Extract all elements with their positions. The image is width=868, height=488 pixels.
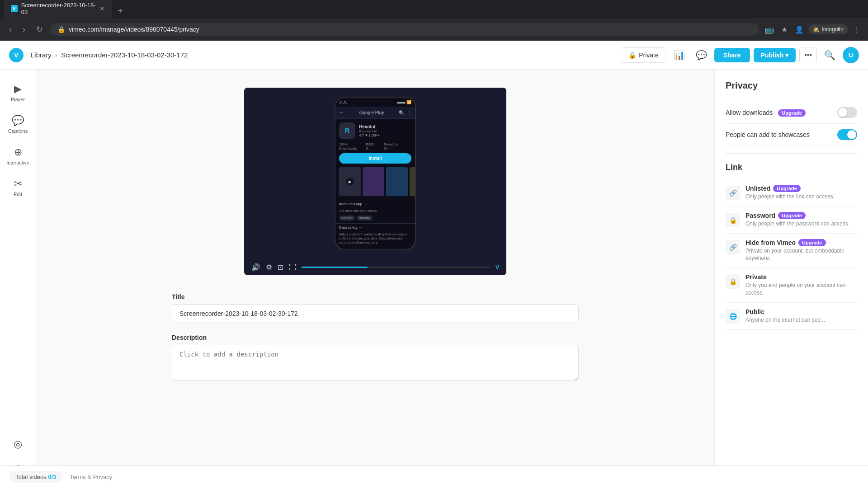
address-text: vimeo.com/manage/videos/898070445/privac… bbox=[69, 26, 199, 33]
library-link[interactable]: Library bbox=[31, 51, 52, 59]
back-btn[interactable]: ‹ bbox=[5, 23, 15, 36]
allow-downloads-row: Allow downloads Upgrade bbox=[726, 102, 857, 124]
bookmark-btn[interactable]: ★ bbox=[778, 23, 790, 37]
password-icon: 🔒 bbox=[726, 213, 740, 227]
profile-btn[interactable]: 👤 bbox=[792, 23, 807, 37]
private-text: Private Only you and people on your acco… bbox=[745, 273, 857, 297]
sidebar-item-edit[interactable]: ✂ Edit bbox=[3, 174, 33, 202]
video-screen: 3:01 ▬▬ 📶 ← Google Play 🔍 ⋮ R R bbox=[244, 88, 506, 259]
player-label: Player bbox=[11, 97, 25, 102]
private-label: Private bbox=[639, 52, 659, 59]
link-section-title: Link bbox=[726, 163, 857, 172]
terms-link[interactable]: Terms & Privacy bbox=[70, 474, 112, 480]
search-btn[interactable]: 🔍 bbox=[821, 46, 839, 64]
total-videos-badge: Total videos 0/3 bbox=[9, 471, 62, 483]
player-icon: ▶ bbox=[14, 83, 22, 95]
captions-icon: 💬 bbox=[12, 115, 24, 127]
pip-btn[interactable]: ⊡ bbox=[278, 263, 283, 272]
content-area: 3:01 ▬▬ 📶 ← Google Play 🔍 ⋮ R R bbox=[36, 70, 714, 488]
showcases-row: People can add to showcases bbox=[726, 124, 857, 146]
phone-app-header: ← Google Play 🔍 ⋮ bbox=[335, 107, 415, 119]
description-textarea[interactable] bbox=[172, 345, 579, 381]
breadcrumb: Library › Screenrecorder-2023-10-18-03-0… bbox=[31, 51, 188, 59]
sidebar-item-captions[interactable]: 💬 Captions bbox=[3, 110, 33, 138]
top-nav: V Library › Screenrecorder-2023-10-18-03… bbox=[0, 41, 868, 70]
publish-btn[interactable]: Publish ▾ bbox=[754, 48, 796, 62]
total-label: Total videos bbox=[15, 474, 47, 480]
settings-btn[interactable]: ⚙ bbox=[266, 263, 272, 272]
privacy-option-private[interactable]: 🔒 Private Only you and people on your ac… bbox=[726, 268, 857, 303]
privacy-option-hide-from-vimeo[interactable]: 🔗 Hide from Vimeo Upgrade Private on you… bbox=[726, 234, 857, 268]
captions-label: Captions bbox=[8, 128, 28, 134]
comment-btn[interactable]: 💬 bbox=[692, 46, 711, 64]
edit-icon: ✂ bbox=[14, 178, 22, 190]
divider bbox=[726, 153, 857, 154]
phone-about: About this app → bbox=[335, 200, 415, 208]
unlisted-name: Unlisted Upgrade bbox=[745, 185, 857, 192]
privacy-option-password[interactable]: 🔒 Password Upgrade Only people with the … bbox=[726, 206, 857, 234]
active-tab[interactable]: V Screenrecorder-2023-10-18-03 ✕ bbox=[4, 0, 112, 18]
volume-btn[interactable]: 🔊 bbox=[251, 263, 260, 272]
phone-more-icon: ⋮ bbox=[407, 110, 411, 115]
lock-icon: 🔒 bbox=[628, 52, 636, 59]
form-section: Title Description bbox=[172, 293, 579, 394]
left-sidebar: ▶ Player 💬 Captions ⊕ Interactive ✂ Edit… bbox=[0, 70, 36, 488]
nav-right: 📺 ★ 👤 🕵 Incognito ⋮ bbox=[762, 23, 863, 37]
compass-icon: ◎ bbox=[14, 438, 22, 450]
main-layout: ▶ Player 💬 Captions ⊕ Interactive ✂ Edit… bbox=[0, 70, 868, 488]
title-input[interactable] bbox=[172, 304, 579, 323]
incognito-icon: 🕵 bbox=[813, 26, 820, 33]
phone-stats: 10K+Downloads PEGI3 Rated for3+ bbox=[335, 142, 415, 153]
browser-chrome: V Screenrecorder-2023-10-18-03 ✕ + ‹ › ↻… bbox=[0, 0, 868, 41]
new-tab-btn[interactable]: + bbox=[114, 4, 127, 18]
progress-bar[interactable] bbox=[302, 267, 490, 268]
password-desc: Only people with the password can access… bbox=[745, 220, 857, 228]
screenshot-3 bbox=[386, 167, 408, 196]
hide-from-vimeo-upgrade-badge[interactable]: Upgrade bbox=[798, 239, 826, 246]
private-btn[interactable]: 🔒 Private bbox=[621, 47, 666, 63]
phone-data-safety: Data safety → bbox=[335, 223, 415, 231]
phone-status-bar: 3:01 ▬▬ 📶 bbox=[335, 98, 415, 107]
reload-btn[interactable]: ↻ bbox=[33, 23, 47, 36]
allow-downloads-upgrade-badge[interactable]: Upgrade bbox=[778, 109, 806, 117]
sidebar-item-interactive[interactable]: ⊕ Interactive bbox=[3, 142, 33, 170]
showcases-toggle[interactable] bbox=[837, 129, 857, 140]
forward-btn[interactable]: › bbox=[19, 23, 29, 36]
hide-from-vimeo-name: Hide from Vimeo Upgrade bbox=[745, 239, 857, 246]
unlisted-upgrade-badge[interactable]: Upgrade bbox=[773, 185, 801, 192]
interactive-label: Interactive bbox=[6, 160, 29, 165]
phone-back-icon: ← bbox=[339, 109, 344, 116]
phone-install-btn[interactable]: Install bbox=[339, 153, 411, 164]
cast-btn[interactable]: 📺 bbox=[762, 23, 777, 37]
publish-label: Publish bbox=[761, 52, 784, 59]
avatar-btn[interactable]: U bbox=[843, 47, 859, 63]
sidebar-compass[interactable]: ◎ bbox=[3, 434, 33, 455]
hide-from-vimeo-desc: Private on your account, but embeddable … bbox=[745, 247, 857, 263]
interactive-icon: ⊕ bbox=[14, 146, 22, 158]
screenshot-1: ▶ bbox=[339, 167, 361, 196]
sidebar-item-player[interactable]: ▶ Player bbox=[3, 79, 33, 107]
privacy-option-unlisted[interactable]: 🔗 Unlisted Upgrade Only people with the … bbox=[726, 179, 857, 206]
vimeo-btn[interactable]: V bbox=[495, 264, 499, 271]
allow-downloads-label: Allow downloads Upgrade bbox=[726, 109, 806, 116]
breadcrumb-current: Screenrecorder-2023-10-18-03-02-30-172 bbox=[61, 51, 188, 59]
address-bar[interactable]: 🔒 vimeo.com/manage/videos/898070445/priv… bbox=[50, 23, 759, 36]
menu-btn[interactable]: ⋮ bbox=[850, 23, 863, 37]
analytics-btn[interactable]: 📊 bbox=[670, 46, 689, 64]
share-btn[interactable]: Share bbox=[714, 48, 750, 62]
tab-close-btn[interactable]: ✕ bbox=[99, 5, 105, 12]
fullscreen-btn[interactable]: ⛶ bbox=[289, 263, 296, 272]
privacy-option-public[interactable]: 🌐 Public Anyone on the internet can see.… bbox=[726, 303, 857, 330]
allow-downloads-toggle[interactable] bbox=[837, 107, 857, 118]
screenshot-4 bbox=[410, 167, 415, 196]
panel-title: Privacy bbox=[726, 80, 857, 91]
hide-from-vimeo-icon: 🔗 bbox=[726, 240, 740, 254]
password-name: Password Upgrade bbox=[745, 212, 857, 219]
password-upgrade-badge[interactable]: Upgrade bbox=[778, 212, 806, 219]
public-text: Public Anyone on the internet can see... bbox=[745, 308, 857, 324]
more-btn[interactable]: ••• bbox=[799, 47, 817, 63]
right-panel: Privacy Allow downloads Upgrade People c… bbox=[714, 70, 868, 488]
phone-screenshots: ▶ bbox=[335, 167, 415, 200]
public-desc: Anyone on the internet can see... bbox=[745, 316, 857, 324]
phone-mockup: 3:01 ▬▬ 📶 ← Google Play 🔍 ⋮ R R bbox=[335, 97, 416, 250]
